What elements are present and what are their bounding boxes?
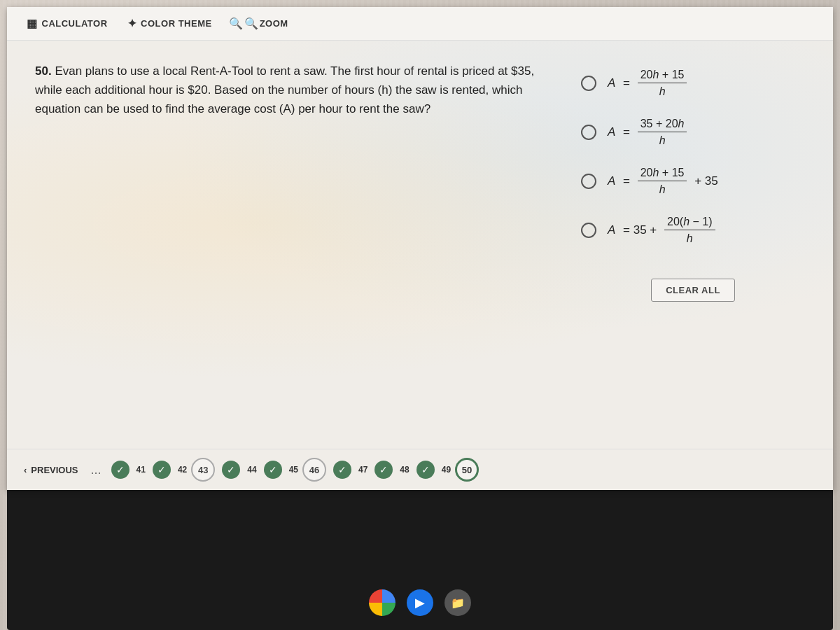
files-icon[interactable]: 📁 [444, 589, 471, 616]
question-row: 50. Evan plans to use a local Rent-A-Too… [35, 62, 805, 435]
clear-all-button[interactable]: CLEAR ALL [651, 279, 735, 302]
answer-option-d[interactable]: A = 35 + 20(h − 1) h [581, 216, 805, 245]
question-body: Evan plans to use a local Rent-A-Tool to… [35, 64, 534, 115]
nav-item-49[interactable]: ✓ [414, 458, 438, 482]
color-theme-icon: ✦ [127, 17, 137, 30]
nav-num-41[interactable]: 41 [136, 465, 146, 475]
nav-bar: ‹ PREVIOUS ... ✓ 41 ✓ 42 43 ✓ 44 ✓ [7, 449, 833, 490]
radio-d[interactable] [581, 223, 596, 238]
question-number: 50. [35, 64, 52, 78]
chrome-icon[interactable] [369, 589, 396, 616]
answer-option-c[interactable]: A = 20h + 15 h + 35 [581, 167, 805, 196]
nav-item-48[interactable]: ✓ [372, 458, 396, 482]
nav-item-50[interactable]: 50 [455, 458, 479, 482]
radio-b[interactable] [581, 125, 596, 140]
calculator-label: CALCULATOR [42, 18, 108, 29]
toolbar: ▦ CALCULATOR ✦ COLOR THEME 🔍 🔍 ZOOM [7, 7, 833, 41]
nav-item-43[interactable]: 43 [191, 458, 215, 482]
keyboard-area: ▶ 📁 [7, 490, 833, 630]
answers-column: A = 20h + 15 h A = [581, 62, 805, 435]
formula-a: A = 20h + 15 h [608, 69, 687, 98]
zoom-out-icon: 🔍 [229, 17, 243, 30]
content-area: 50. Evan plans to use a local Rent-A-Too… [7, 41, 833, 449]
radio-a[interactable] [581, 76, 596, 91]
zoom-button[interactable]: 🔍 🔍 ZOOM [223, 13, 294, 34]
nav-item-42[interactable]: ✓ [150, 458, 174, 482]
nav-num-42[interactable]: 42 [178, 465, 187, 475]
nav-item-46[interactable]: 46 [302, 458, 326, 482]
nav-item-47[interactable]: ✓ [330, 458, 354, 482]
zoom-in-icon: 🔍 [244, 17, 258, 30]
formula-b: A = 35 + 20h h [608, 118, 687, 147]
nav-dots[interactable]: ... [88, 463, 104, 477]
previous-button[interactable]: ‹ PREVIOUS [18, 462, 84, 478]
nav-item-45[interactable]: ✓ [261, 458, 285, 482]
nav-item-44[interactable]: ✓ [219, 458, 243, 482]
nav-num-48[interactable]: 48 [400, 465, 409, 475]
taskbar: ▶ 📁 [369, 589, 471, 616]
nav-num-44[interactable]: 44 [247, 465, 256, 475]
nav-item-41[interactable]: ✓ [108, 458, 132, 482]
nav-num-47[interactable]: 47 [358, 465, 368, 475]
previous-label: PREVIOUS [31, 465, 78, 475]
zoom-label: ZOOM [260, 18, 288, 29]
color-theme-button[interactable]: ✦ COLOR THEME [119, 13, 220, 34]
question-text: 50. Evan plans to use a local Rent-A-Too… [35, 62, 560, 435]
play-icon[interactable]: ▶ [407, 589, 433, 616]
answer-option-b[interactable]: A = 35 + 20h h [581, 118, 805, 147]
answer-option-a[interactable]: A = 20h + 15 h [581, 69, 805, 98]
formula-d: A = 35 + 20(h − 1) h [608, 216, 715, 245]
radio-c[interactable] [581, 174, 596, 189]
nav-num-45[interactable]: 45 [289, 465, 298, 475]
calculator-button[interactable]: ▦ CALCULATOR [18, 13, 116, 34]
calculator-icon: ▦ [27, 17, 38, 30]
clear-all-row: CLEAR ALL [581, 279, 805, 302]
nav-num-49[interactable]: 49 [442, 465, 451, 475]
color-theme-label: COLOR THEME [141, 18, 212, 29]
prev-arrow-icon: ‹ [24, 465, 27, 475]
formula-c: A = 20h + 15 h + 35 [608, 167, 718, 196]
